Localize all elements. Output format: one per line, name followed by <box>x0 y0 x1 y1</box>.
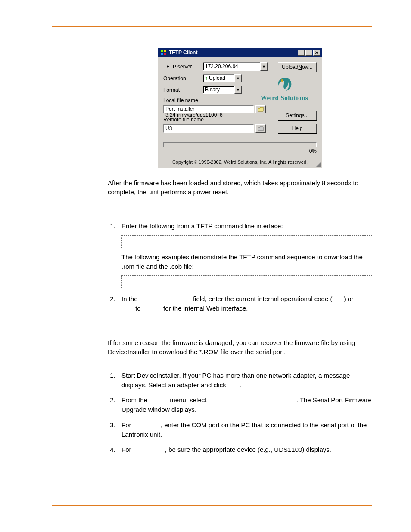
local-file-browse-button[interactable] <box>255 105 266 113</box>
settings-button[interactable]: Settings... <box>278 111 317 120</box>
svg-rect-1 <box>164 50 166 52</box>
top-rule <box>52 26 372 27</box>
tftp-server-label: TFTP server <box>163 64 203 70</box>
rstep-4: For , be sure the appropriate device (e.… <box>117 445 372 454</box>
svg-rect-0 <box>161 50 163 52</box>
remote-file-browse-button[interactable] <box>255 124 266 133</box>
minimize-button[interactable]: _ <box>298 50 305 56</box>
bottom-rule <box>52 505 372 506</box>
svg-point-4 <box>281 79 283 82</box>
progress-percent: 0% <box>163 148 317 154</box>
window-body: TFTP server 172.20.206.64 ▼ Operation ↑U… <box>158 57 322 157</box>
step-2: In the field, enter the current internal… <box>117 294 372 313</box>
rstep-3: For , enter the COM port on the PC that … <box>117 420 372 439</box>
recover-steps: Start DeviceInstaller. If your PC has mo… <box>117 371 372 454</box>
svg-rect-3 <box>164 53 166 55</box>
codebox-2 <box>121 275 372 288</box>
titlebar: TFTP Client _ □ ✕ <box>158 48 322 57</box>
format-select[interactable]: Binary <box>203 86 234 94</box>
operation-dropdown[interactable]: ▼ <box>234 74 242 82</box>
copyright-text: Copyright © 1996-2002, Weird Solutions, … <box>158 157 322 168</box>
format-label: Format <box>163 87 203 93</box>
svg-rect-2 <box>161 53 163 55</box>
step-1-note: The following examples demonstrate the T… <box>121 253 363 270</box>
operation-select[interactable]: ↑Upload <box>203 74 234 82</box>
window-title: TFTP Client <box>169 50 197 56</box>
codebox-1 <box>121 235 372 248</box>
app-icon <box>161 50 167 56</box>
tftp-server-dropdown[interactable]: ▼ <box>260 62 268 71</box>
page-content: TFTP Client _ □ ✕ TFTP server 172.20.206… <box>108 48 372 454</box>
tftp-client-window: TFTP Client _ □ ✕ TFTP server 172.20.206… <box>158 48 322 168</box>
upload-now-button[interactable]: Upload Now... <box>278 62 317 72</box>
help-button[interactable]: Help <box>278 124 317 133</box>
close-button[interactable]: ✕ <box>313 50 320 56</box>
remote-file-input[interactable]: U3 <box>163 124 254 133</box>
after-window-paragraph: After the firmware has been loaded and s… <box>108 178 372 196</box>
resize-grip-icon[interactable] <box>315 161 321 167</box>
step-1: Enter the following from a TFTP command … <box>117 221 372 288</box>
tftp-cli-steps: Enter the following from a TFTP command … <box>117 221 372 313</box>
recover-intro: If for some reason the firmware is damag… <box>108 338 372 356</box>
vendor-name: Weird Solutions <box>252 94 317 102</box>
rstep-1: Start DeviceInstaller. If your PC has mo… <box>117 371 372 390</box>
local-file-input[interactable]: Port Installer 3.2/Firmware/uds1100_6 <box>163 105 254 113</box>
vendor-logo: Weird Solutions <box>252 76 317 102</box>
progress-bar <box>163 142 317 147</box>
format-dropdown[interactable]: ▼ <box>234 86 242 94</box>
tftp-server-input[interactable]: 172.20.206.64 <box>203 62 260 71</box>
step-1-text: Enter the following from a TFTP command … <box>121 222 283 230</box>
maximize-button[interactable]: □ <box>305 50 312 56</box>
operation-label: Operation <box>163 75 203 81</box>
rstep-2: From the menu, select . The Serial Port … <box>117 395 372 414</box>
